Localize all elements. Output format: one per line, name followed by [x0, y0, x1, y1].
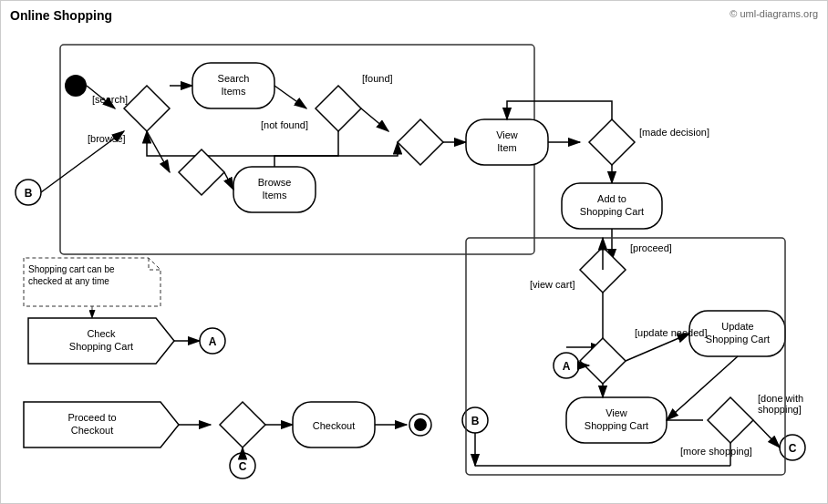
svg-marker-58	[708, 397, 753, 443]
svg-text:Check: Check	[87, 328, 116, 339]
svg-text:Search: Search	[218, 73, 250, 84]
svg-text:Shopping Cart: Shopping Cart	[585, 420, 648, 431]
svg-line-22	[224, 172, 233, 190]
svg-line-17	[147, 131, 170, 172]
svg-text:View: View	[605, 407, 627, 418]
svg-text:[done with: [done with	[758, 393, 803, 404]
svg-marker-29	[589, 119, 635, 165]
svg-text:Update: Update	[721, 321, 753, 332]
svg-text:[not found]: [not found]	[261, 119, 308, 130]
svg-text:Shopping cart can be: Shopping cart can be	[28, 264, 115, 274]
svg-text:A: A	[563, 360, 571, 373]
svg-text:[update needed]: [update needed]	[635, 327, 708, 338]
svg-marker-79	[220, 402, 265, 447]
svg-text:Shopping Cart: Shopping Cart	[580, 206, 644, 217]
svg-text:[more shopping]: [more shopping]	[680, 446, 752, 457]
svg-text:Checkout: Checkout	[71, 425, 113, 436]
svg-text:[found]: [found]	[362, 73, 393, 84]
svg-marker-23	[398, 119, 443, 165]
svg-text:C: C	[239, 460, 247, 473]
svg-text:Items: Items	[263, 190, 287, 201]
svg-text:C: C	[789, 442, 797, 455]
svg-text:shopping]: shopping]	[758, 404, 802, 415]
svg-text:checked at any time: checked at any time	[28, 276, 109, 286]
svg-text:Shopping Cart: Shopping Cart	[706, 334, 770, 345]
svg-text:A: A	[209, 335, 217, 348]
svg-text:Add to: Add to	[597, 193, 626, 204]
svg-rect-2	[60, 45, 534, 254]
svg-text:Shopping Cart: Shopping Cart	[69, 341, 133, 352]
svg-text:[proceed]: [proceed]	[630, 242, 672, 253]
svg-marker-43	[580, 338, 626, 384]
svg-text:Checkout: Checkout	[313, 420, 355, 431]
diagram-container: Online Shopping © uml-diagrams.org [sear…	[0, 0, 828, 504]
svg-text:Proceed to: Proceed to	[67, 412, 116, 423]
svg-marker-12	[316, 86, 361, 131]
svg-text:[search]: [search]	[92, 94, 128, 105]
svg-line-91	[41, 131, 124, 192]
svg-point-85	[414, 418, 427, 431]
svg-text:[made decision]: [made decision]	[639, 127, 709, 138]
svg-text:Items: Items	[222, 86, 246, 97]
svg-line-15	[361, 108, 388, 131]
svg-text:B: B	[471, 415, 480, 427]
svg-text:Browse: Browse	[258, 177, 292, 188]
svg-text:Item: Item	[497, 142, 516, 153]
svg-marker-5	[124, 86, 170, 131]
svg-point-3	[65, 75, 87, 97]
svg-text:[view cart]: [view cart]	[530, 279, 575, 290]
svg-line-11	[274, 86, 306, 108]
svg-text:View: View	[496, 129, 518, 140]
svg-text:B: B	[25, 187, 33, 200]
svg-line-67	[753, 420, 780, 447]
uml-diagram-svg: [search] Search Items [found] [not found…	[1, 1, 828, 504]
